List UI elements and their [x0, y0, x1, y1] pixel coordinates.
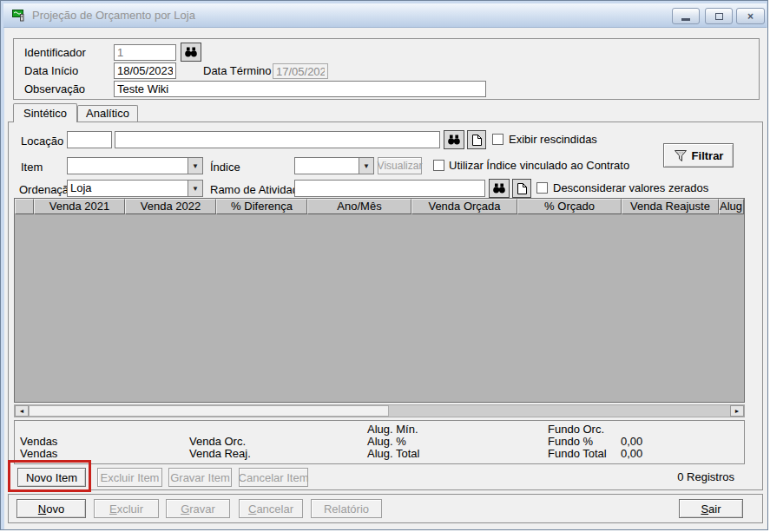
records-count: 0 Registros [677, 469, 734, 485]
ramo-atividade-label: Ramo de Atividade [210, 181, 305, 198]
search-icon [184, 47, 198, 57]
ramo-atividade-input[interactable] [294, 180, 485, 197]
item-label: Item [21, 159, 43, 175]
close-button[interactable]: × [736, 8, 765, 24]
blank-document-icon [472, 135, 482, 146]
exibir-rescindidas-checkbox[interactable] [492, 134, 503, 145]
ordenacao-combobox-value: Loja [68, 181, 188, 196]
fundo-pct-value: 0,00 [621, 436, 642, 448]
grid-column-venda-2021[interactable]: Venda 2021 [34, 199, 125, 214]
grid-column-venda-2022[interactable]: Venda 2022 [125, 199, 216, 214]
utilizar-indice-checkbox[interactable] [433, 160, 444, 171]
data-termino-label: Data Término [203, 62, 272, 79]
desconsiderar-zerados-checkbox[interactable] [536, 182, 548, 194]
tab-panel-sintetico: Locação Exibir rescindidas [8, 122, 763, 490]
summary-panel: Alug. Mín. Fundo Orc. Vendas Venda Orc. … [14, 420, 745, 464]
tab-analitico[interactable]: Analítico [77, 105, 138, 122]
venda-reaj-label: Venda Reaj. [189, 448, 251, 460]
observacao-label: Observação [24, 81, 85, 97]
sair-button-label: Sair [701, 502, 721, 516]
ordenacao-combobox[interactable]: Loja ▼ [67, 180, 203, 197]
identificador-search-button[interactable] [181, 43, 201, 62]
identificador-label: Identificador [24, 44, 86, 61]
chevron-down-icon[interactable]: ▼ [188, 158, 202, 174]
desconsiderar-zerados-label: Desconsiderar valores zerados [553, 182, 708, 194]
maximize-icon [715, 13, 723, 20]
novo-button[interactable]: Novo [16, 499, 86, 518]
funnel-icon [674, 149, 688, 162]
cancelar-item-button: Cancelar Item [239, 468, 308, 487]
tab-sintetico[interactable]: Sintético [13, 103, 77, 122]
app-window: Projeção de Orçamento por Loja × Identif… [0, 0, 768, 530]
vendas-label-1: Vendas [20, 436, 57, 448]
item-combobox-value [68, 158, 188, 174]
scroll-left-button[interactable]: ◄ [15, 405, 29, 417]
vendas-label-2: Vendas [20, 448, 57, 460]
chevron-down-icon[interactable]: ▼ [188, 181, 202, 196]
grid-column-pct-diferenca[interactable]: % Diferença [216, 199, 307, 214]
exibir-rescindidas-label: Exibir rescindidas [509, 134, 597, 146]
excluir-item-button: Excluir Item [97, 468, 162, 487]
minimize-button[interactable] [672, 8, 700, 24]
ramo-clear-button[interactable] [512, 179, 531, 198]
grid-column-venda-reajuste[interactable]: Venda Reajuste [622, 199, 719, 214]
excluir-button: Excluir [94, 499, 159, 518]
chevron-down-icon[interactable]: ▼ [359, 158, 373, 174]
gravar-button: Gravar [166, 499, 230, 518]
locacao-code-input[interactable] [67, 131, 112, 148]
scrollbar-thumb[interactable] [29, 405, 389, 417]
item-combobox[interactable]: ▼ [67, 157, 203, 174]
blank-document-icon [517, 183, 527, 194]
data-grid: Venda 2021 Venda 2022 % Diferença Ano/Mê… [14, 198, 745, 403]
locacao-clear-button[interactable] [467, 130, 486, 149]
excluir-button-label: Excluir [109, 502, 143, 516]
grid-column-alug[interactable]: Alug [719, 199, 744, 214]
relatorio-button-label: Relatório [324, 502, 369, 516]
scroll-right-button[interactable]: ► [730, 405, 744, 417]
novo-item-button[interactable]: Novo Item [17, 468, 86, 487]
novo-button-label: Novo [38, 502, 64, 516]
observacao-input[interactable] [114, 81, 486, 97]
grid-column-venda-orcada[interactable]: Venda Orçada [411, 199, 517, 214]
grid-horizontal-scrollbar[interactable]: ◄ ► [14, 404, 745, 417]
window-title: Projeção de Orçamento por Loja [32, 3, 195, 28]
grid-column-pct-orcado[interactable]: % Orçado [517, 199, 622, 214]
footer-button-panel: Novo Excluir Gravar Cancelar Relatório S… [8, 494, 763, 523]
data-inicio-label: Data Início [24, 62, 78, 79]
maximize-button[interactable] [705, 8, 733, 24]
locacao-search-button[interactable] [444, 130, 464, 149]
cancelar-button: Cancelar [239, 499, 303, 518]
alug-min-label: Alug. Mín. [367, 424, 418, 436]
scroll-left-icon: ◄ [19, 408, 25, 414]
indice-label: Índice [210, 159, 240, 175]
locacao-name-input[interactable] [115, 131, 440, 148]
grid-header-row: Venda 2021 Venda 2022 % Diferença Ano/Mê… [15, 199, 744, 214]
grid-column-selector[interactable] [15, 199, 34, 214]
close-icon: × [747, 11, 754, 22]
gravar-button-label: Gravar [181, 502, 215, 516]
gravar-item-button: Gravar Item [168, 468, 232, 487]
titlebar[interactable]: Projeção de Orçamento por Loja × [3, 3, 767, 28]
ramo-search-button[interactable] [489, 179, 510, 198]
cancelar-button-label: Cancelar [248, 502, 293, 516]
venda-orc-label: Venda Orc. [189, 436, 246, 448]
minimize-icon [681, 18, 690, 21]
data-inicio-input[interactable] [114, 62, 176, 79]
fundo-total-value: 0,00 [621, 448, 642, 460]
indice-combobox[interactable]: ▼ [294, 157, 374, 174]
filtrar-button[interactable]: Filtrar [663, 143, 734, 167]
grid-column-ano-mes[interactable]: Ano/Mês [307, 199, 411, 214]
scroll-right-icon: ► [734, 408, 740, 414]
fundo-total-label: Fundo Total [548, 448, 607, 460]
alug-pct-label: Alug. % [367, 436, 406, 448]
search-icon [447, 135, 461, 145]
identificador-input[interactable] [114, 44, 176, 61]
visualizar-button: Visualizar [378, 157, 422, 174]
fundo-pct-label: Fundo % [548, 436, 593, 448]
header-fields-group: Identificador Data Início Data Término O… [13, 38, 760, 100]
search-icon [492, 183, 506, 194]
sair-button[interactable]: Sair [679, 499, 743, 518]
client-area: Identificador Data Início Data Término O… [4, 28, 767, 529]
alug-total-label: Alug. Total [367, 448, 419, 460]
filtrar-label: Filtrar [692, 149, 724, 162]
